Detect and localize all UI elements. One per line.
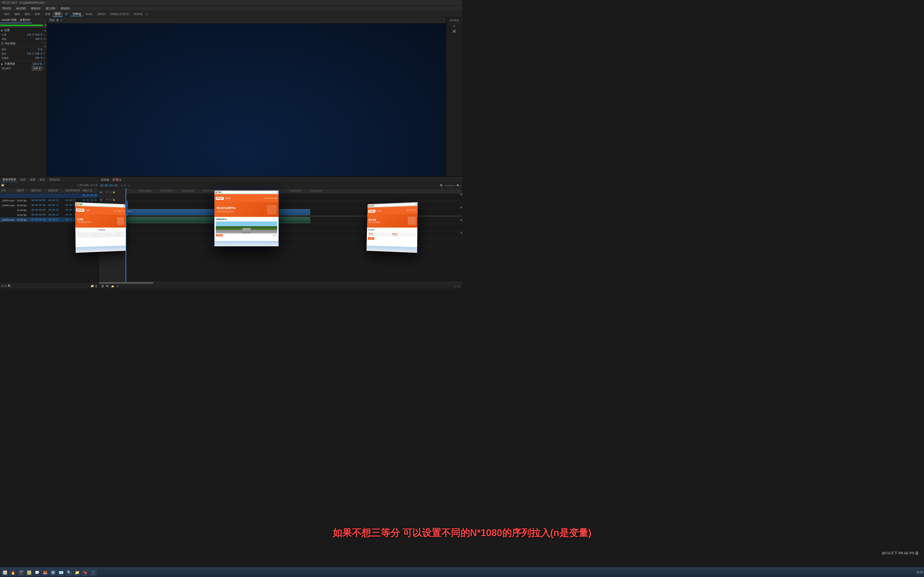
center-tags: 在线服务 更多 ▶	[216, 234, 277, 237]
blend-mode-select[interactable]: 正常 ▼	[32, 66, 42, 71]
workspace-bar: 组件 编辑 颜色 效果 音频 图形 库 Editing Audio Effect…	[0, 11, 462, 17]
sequence-name: 总合成	[101, 178, 109, 182]
prop-rotation: 旋转 0.0 ↺	[0, 47, 46, 52]
ws-tab-yinpin[interactable]: 音频	[43, 12, 52, 16]
ws-tab-bianji[interactable]: 编辑	[12, 12, 22, 16]
tl-zoom-out-btn[interactable]: 🔍-	[440, 184, 444, 187]
opacity-expand[interactable]: ▶	[1, 63, 3, 66]
ws-tab-editing-css5[interactable]: Editing (CSS 5)	[108, 12, 131, 16]
right-cta-btn[interactable]: 了解更多	[368, 237, 374, 240]
timeline-scroll-thumb[interactable]	[99, 282, 153, 284]
timeline-toolbar: 00:00:00:00 ↖ ✂ ↔ 🔍- 🔍+	[99, 183, 462, 189]
tl-tool-slip[interactable]: ↔	[127, 184, 130, 187]
ws-tab-tuxing[interactable]: 图形	[53, 11, 63, 17]
tab-info[interactable]: 信息	[19, 177, 27, 182]
tl-add-track-btn[interactable]: 🎬	[101, 285, 104, 288]
left-tools: ↖ ↔ ✏ □ T	[43, 28, 47, 50]
tl-marker-btn[interactable]: ◆	[119, 179, 121, 181]
ws-tab-xiaoguo[interactable]: 效果	[32, 12, 42, 16]
reset-anchor[interactable]: ↺	[43, 52, 45, 55]
media-new-bin-btn[interactable]: 📁	[90, 285, 94, 287]
reset-antialias[interactable]: ↺	[43, 56, 45, 59]
v3-lock[interactable]: 🔒	[112, 191, 115, 194]
menu-graphics[interactable]: 图形(G)	[30, 7, 41, 10]
right-site-header: 嘉捷物科 数字金服 首页 产品 关于	[367, 206, 418, 215]
work-area-bar[interactable]	[0, 24, 43, 26]
left-banner-img	[117, 217, 124, 225]
tab-history[interactable]: 历史记录	[48, 177, 61, 182]
ws-tab-effects[interactable]: Effects	[95, 12, 107, 16]
col-header-inpoint[interactable]: 视频入点	[82, 189, 99, 192]
uniform-scale-checkbox[interactable]: ✓	[1, 42, 4, 45]
media-list-header: 名称 帧速率 媒体开始 媒体结束 媒体持续时间 视频入点	[0, 188, 99, 193]
center-address-bar	[222, 191, 276, 193]
right-panel-label: 基本图形	[449, 18, 460, 23]
tool-shape[interactable]: □	[44, 41, 46, 44]
tab-media-browser[interactable]: 媒体浏览器	[1, 177, 18, 182]
tl-magnet-btn[interactable]: 🧲	[115, 179, 118, 181]
dot-yellow	[78, 203, 79, 205]
tool-move[interactable]: ↔	[44, 34, 47, 36]
left-browser: 嘉捷物科 云招采 首页 关于我们 产品 云招采	[75, 202, 126, 253]
tab-effects[interactable]: 效果	[28, 177, 37, 182]
menu-sequence[interactable]: 序列(S)	[1, 7, 12, 10]
media-list-view-btn[interactable]: ☰	[4, 285, 7, 287]
tl-search-btn[interactable]: 🔍	[106, 285, 109, 288]
ws-tab-zuijian[interactable]: 组件	[2, 12, 12, 16]
tl-settings-btn[interactable]: ⚙	[116, 285, 118, 288]
media-grid-view-btn[interactable]: ⊞	[1, 285, 3, 287]
timeline-scrollbar[interactable]	[99, 282, 462, 284]
ws-tab-audio[interactable]: Audio	[84, 12, 95, 16]
menu-markers[interactable]: 标记(M)	[15, 7, 27, 10]
right-panel-toggle[interactable]: ≫	[452, 30, 456, 33]
media-delete-btn[interactable]: 🗑	[95, 285, 98, 287]
v3-eye[interactable]: 👁	[105, 191, 108, 194]
reset-blend[interactable]: ↺	[43, 67, 45, 70]
motion-expand-btn[interactable]: ▶	[1, 29, 3, 32]
tl-zoom-in-btn[interactable]: 🔍+	[457, 184, 461, 187]
v2-toggle[interactable]: V1	[109, 198, 112, 201]
col-header-end[interactable]: 媒体结束	[47, 189, 65, 192]
ws-tab-yanse[interactable]: 颜色	[23, 12, 32, 16]
tab-lumetri[interactable]: Lumetri 范围	[0, 17, 18, 23]
tl-tool-ripple[interactable]: ✂	[124, 184, 126, 187]
dot-yellow-c	[217, 192, 219, 193]
timeline-timecode[interactable]: 00:00:00:00	[100, 184, 118, 187]
reset-opacity[interactable]: ↺	[43, 63, 45, 65]
left-logo: 嘉捷物科	[76, 208, 84, 211]
col-header-start[interactable]: 媒体开始	[30, 189, 47, 192]
prop-scale: 缩放 100.0 ↺	[0, 37, 46, 41]
ws-tab-editing[interactable]: Editing	[71, 12, 83, 16]
tab-effects-controls[interactable]: 效果控件	[18, 17, 32, 23]
v2-eye[interactable]: 👁	[105, 198, 108, 201]
v3-toggle[interactable]: V2	[109, 191, 112, 193]
tl-zoom-slider[interactable]	[445, 185, 456, 186]
tl-folder-btn[interactable]: 📁	[111, 285, 114, 288]
tl-tool-select[interactable]: ↖	[121, 184, 123, 187]
v3-content	[126, 193, 462, 201]
more-workspaces-btn[interactable]: »	[146, 13, 148, 16]
timeline-playhead[interactable]	[126, 189, 126, 282]
screens-container: 嘉捷物科 云招采 首页 关于我们 产品 云招采	[47, 24, 446, 273]
col-header-fps[interactable]: 帧速率	[16, 189, 30, 192]
media-folder-btn[interactable]: 📁	[1, 184, 4, 187]
menu-window[interactable]: 窗口(W)	[45, 7, 57, 10]
col-header-dur[interactable]: 媒体持续时间	[65, 189, 82, 192]
tool-pen[interactable]: ✏	[44, 37, 46, 40]
monitor-menu-btn[interactable]: ≡	[61, 19, 63, 22]
timeline-ruler[interactable]: 00:01:00:00 00:02:00:00 00:03:00:00 00:0…	[126, 189, 462, 193]
v2-lock[interactable]: 🔒	[112, 198, 115, 201]
ws-tab-ku[interactable]: 库	[63, 12, 70, 16]
tab-markers[interactable]: 标记	[38, 177, 47, 182]
tool-select[interactable]: ↖	[44, 29, 46, 32]
media-search-btn[interactable]: 🔍	[8, 285, 11, 287]
col-header-name[interactable]: 名称	[0, 189, 16, 192]
right-content: 在线服务 在线服务 金融产品咨询 金融赋能 科技引领创新	[367, 227, 417, 247]
tl-link-btn[interactable]: 🔗	[112, 179, 115, 181]
menu-help[interactable]: 帮助(H)	[60, 7, 71, 10]
monitor-area: 嘉捷物科 云招采 首页 关于我们 产品 云招采	[47, 24, 446, 273]
media-row-0[interactable]: 00:00:00:00	[0, 193, 99, 198]
dot-green	[80, 203, 81, 205]
tool-text[interactable]: T	[44, 45, 46, 48]
ws-tab-vertical[interactable]: Vertical	[131, 12, 144, 16]
